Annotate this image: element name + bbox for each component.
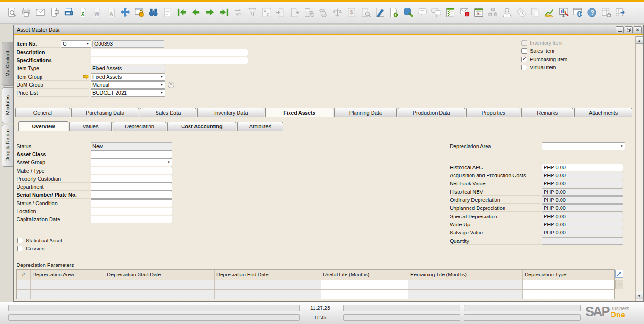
purchasing-item-checkbox[interactable] <box>521 57 527 62</box>
price-list-dropdown[interactable]: BUDGET 2021▼ <box>91 89 165 97</box>
window-titlebar[interactable]: Asset Master Data × <box>14 25 643 35</box>
close-button[interactable]: × <box>634 26 642 33</box>
col-header-useful-life[interactable]: Useful Life (Months) <box>321 270 408 280</box>
navigate-icon[interactable] <box>120 7 131 18</box>
write-up-field[interactable]: PHP 0.00 <box>542 221 623 228</box>
tab-properties[interactable]: Properties <box>466 108 521 117</box>
dock-tab-modules[interactable]: Modules <box>2 87 13 123</box>
historical-nbv-field[interactable]: PHP 0.00 <box>542 188 623 196</box>
item-group-dropdown[interactable]: Fixed Assets▼ <box>91 73 165 81</box>
form-settings-icon[interactable] <box>374 7 385 18</box>
special-depreciation-field[interactable]: PHP 0.00 <box>542 213 623 220</box>
statistical-asset-checkbox[interactable] <box>17 238 23 243</box>
asset-class-input[interactable] <box>91 150 172 158</box>
asset-group-dropdown[interactable]: ▼ <box>91 158 172 166</box>
uom-group-dropdown[interactable]: Manual▼ <box>91 81 165 89</box>
cell[interactable] <box>105 280 215 290</box>
make-type-input[interactable] <box>91 167 172 174</box>
tab-attachments[interactable]: Attachments <box>574 108 632 117</box>
copy-to-icon[interactable] <box>289 7 300 18</box>
capitalization-date-input[interactable] <box>91 216 172 223</box>
col-header-depreciation-start-date[interactable]: Depreciation Start Date <box>105 270 215 280</box>
serial-plate-input[interactable] <box>91 191 172 199</box>
status-condition-input[interactable] <box>91 199 172 207</box>
journal-entry-icon[interactable] <box>162 7 173 18</box>
historical-apc-input[interactable] <box>542 164 623 171</box>
unplanned-depreciation-field[interactable]: PHP 0.00 <box>542 204 623 212</box>
pickers-display-icon[interactable] <box>558 7 569 18</box>
inventory-item-checkbox[interactable] <box>521 40 527 46</box>
web-browser-icon[interactable] <box>572 7 583 18</box>
dock-tab-my-cockpit[interactable]: My Cockpit <box>2 42 13 86</box>
cell[interactable] <box>31 290 105 299</box>
related-documents-icon[interactable] <box>530 7 541 18</box>
net-book-value-field[interactable]: PHP 0.00 <box>542 180 623 187</box>
table-scroll-up-button[interactable]: ▲ <box>615 280 623 289</box>
col-header-remaining-life[interactable]: Remaining Life (Months) <box>408 270 523 280</box>
col-header-depreciation-area[interactable]: Depreciation Area <box>31 270 105 280</box>
recurring-transactions-icon[interactable] <box>516 7 527 18</box>
last-record-icon[interactable] <box>219 7 230 18</box>
subtab-values[interactable]: Values <box>69 122 112 131</box>
description-input[interactable] <box>91 49 248 56</box>
tab-remarks[interactable]: Remarks <box>521 108 573 117</box>
previous-record-icon[interactable] <box>190 7 201 18</box>
item-series-dropdown[interactable]: O▼ <box>61 40 91 48</box>
transaction-journal-icon[interactable] <box>360 7 371 18</box>
export-word-icon[interactable]: W <box>91 7 102 18</box>
cell[interactable] <box>523 280 614 290</box>
settings-grid-icon[interactable] <box>601 7 611 18</box>
tab-inventory-data[interactable]: Inventory Data <box>197 108 264 117</box>
location-input[interactable] <box>91 208 172 215</box>
sort-table-icon[interactable]: AZ <box>261 7 272 18</box>
department-input[interactable] <box>91 183 172 191</box>
activity-icon[interactable] <box>445 7 456 18</box>
status-field[interactable]: New <box>91 142 172 150</box>
next-record-icon[interactable] <box>205 7 215 18</box>
cell[interactable] <box>17 290 31 299</box>
tab-general[interactable]: General <box>15 108 70 117</box>
exit-grid-icon[interactable] <box>615 7 626 18</box>
cell[interactable] <box>105 290 215 299</box>
vertical-scrollbar[interactable]: ▲ ▼ <box>635 36 643 301</box>
send-email-icon[interactable] <box>35 7 46 18</box>
cell[interactable] <box>31 280 105 290</box>
cell[interactable] <box>215 290 321 299</box>
salvage-value-field[interactable]: PHP 0.00 <box>542 229 623 236</box>
subtab-depreciation[interactable]: Depreciation <box>113 122 166 131</box>
subtab-overview[interactable]: Overview <box>18 121 68 131</box>
find-icon[interactable] <box>148 7 159 18</box>
col-header-depreciation-end-date[interactable]: Depreciation End Date <box>215 270 321 280</box>
remarks-icon[interactable] <box>417 7 428 18</box>
filter-table-icon[interactable] <box>247 7 258 18</box>
subtab-attributes[interactable]: Attributes <box>237 122 283 131</box>
cell[interactable] <box>215 280 321 290</box>
item-type-field[interactable]: Fixed Assets <box>91 65 165 72</box>
subtab-cost-accounting[interactable]: Cost Accounting <box>167 122 236 131</box>
export-pdf-icon[interactable]: A <box>106 7 116 18</box>
item-no-field[interactable]: O00393 <box>92 40 164 48</box>
payment-means-icon[interactable] <box>304 7 314 18</box>
tab-purchasing-data[interactable]: Purchasing Data <box>71 108 139 117</box>
depreciation-area-dropdown[interactable]: ▼ <box>542 142 625 150</box>
first-record-icon[interactable] <box>176 7 187 18</box>
ordinary-depreciation-field[interactable]: PHP 0.00 <box>542 196 623 204</box>
refresh-record-icon[interactable] <box>233 7 244 18</box>
send-fax-icon[interactable] <box>63 7 74 18</box>
copy-from-icon[interactable] <box>275 7 286 18</box>
org-chart-icon[interactable] <box>487 7 498 18</box>
tab-fixed-assets[interactable]: Fixed Assets <box>265 108 333 117</box>
scroll-down-icon[interactable]: ▼ <box>636 292 643 299</box>
employee-master-icon[interactable] <box>502 7 512 18</box>
online-help-icon[interactable]: ? <box>586 7 597 18</box>
quantity-field[interactable] <box>542 237 623 245</box>
tab-production-data[interactable]: Production Data <box>398 108 465 117</box>
cell[interactable] <box>321 290 408 299</box>
acquisition-production-costs-field[interactable]: PHP 0.00 <box>542 172 623 179</box>
lock-screen-icon[interactable] <box>134 7 145 18</box>
specifications-input[interactable] <box>91 57 248 64</box>
maximize-grid-icon[interactable] <box>615 270 623 278</box>
link-arrow-icon[interactable] <box>83 74 90 80</box>
gross-profit-icon[interactable] <box>332 7 343 18</box>
query-manager-icon[interactable] <box>403 7 413 18</box>
